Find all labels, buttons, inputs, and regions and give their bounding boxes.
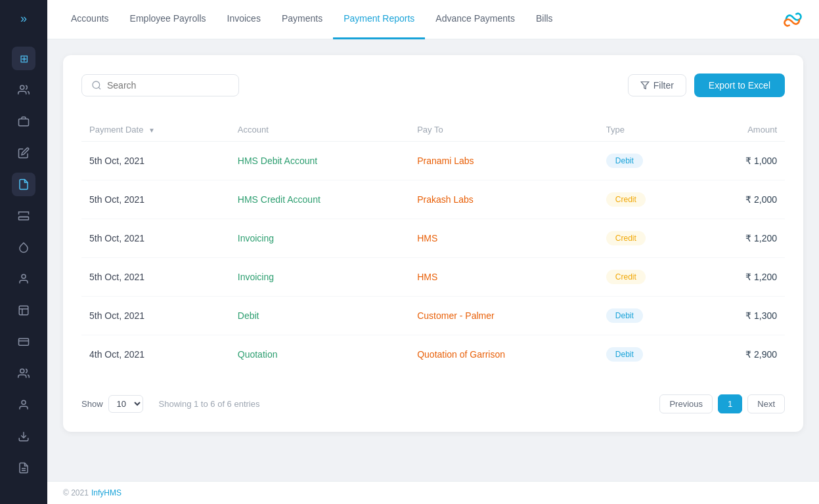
col-header-account: Account [230,118,409,142]
cell-date-1: 5th Oct, 2021 [81,180,230,219]
svg-point-6 [20,369,24,373]
col-header-payto: Pay To [409,118,598,142]
col-header-amount: Amount [699,118,785,142]
table-row: 5th Oct, 2021 Invoicing HMS Credit ₹ 1,2… [81,219,785,258]
nav-item-accounts[interactable]: Accounts [60,0,120,39]
app-footer: © 2021 InfyHMS [47,481,819,504]
cell-amount-2: ₹ 1,200 [699,219,785,258]
search-box[interactable] [81,74,239,96]
team-icon[interactable] [12,362,35,385]
filter-icon [640,81,650,90]
cell-type-2: Credit [598,219,699,258]
svg-rect-1 [19,119,29,126]
nav-item-invoices[interactable]: Invoices [217,0,271,39]
toolbar: Filter Export to Excel [81,74,785,97]
cell-payto-3: HMS [409,258,598,297]
type-badge-3: Credit [606,270,646,284]
payment-table: Payment Date ▼ Account Pay To Type Amoun… [81,118,785,373]
type-badge-0: Debit [606,154,643,168]
users-icon[interactable] [12,78,35,102]
main-area: Accounts Employee Payrolls Invoices Paym… [47,0,819,504]
table-row: 5th Oct, 2021 Debit Customer - Palmer De… [81,297,785,335]
table-footer: Show 10 25 50 Showing 1 to 6 of 6 entrie… [81,387,785,413]
cell-amount-5: ₹ 2,900 [699,335,785,374]
table-row: 5th Oct, 2021 HMS Credit Account Prakash… [81,180,785,219]
svg-point-3 [22,274,26,278]
cell-payto-1: Prakash Labs [409,180,598,219]
page-1-button[interactable]: 1 [718,394,742,413]
main-card: Filter Export to Excel Payment Date ▼ Ac… [63,55,803,432]
svg-rect-5 [19,339,29,346]
cell-type-0: Debit [598,142,699,180]
type-badge-4: Debit [606,308,643,323]
nav-item-payments[interactable]: Payments [271,0,333,39]
export-button[interactable]: Export to Excel [694,74,785,97]
briefcase-icon[interactable] [12,110,35,133]
cell-date-5: 4th Oct, 2021 [81,335,230,374]
prev-button[interactable]: Previous [659,394,713,413]
cell-amount-3: ₹ 1,200 [699,258,785,297]
cell-payto-0: Pranami Labs [409,142,598,180]
content-area: Filter Export to Excel Payment Date ▼ Ac… [47,39,819,481]
cell-date-2: 5th Oct, 2021 [81,219,230,258]
entries-select[interactable]: 10 25 50 [108,395,143,413]
svg-point-0 [20,85,24,89]
file-icon[interactable] [12,456,35,480]
nav-item-bills[interactable]: Bills [525,0,564,39]
bed-icon[interactable] [12,204,35,228]
showing-text: Showing 1 to 6 of 6 entries [159,399,260,409]
type-badge-2: Credit [606,231,646,245]
copyright-text: © 2021 [63,488,89,497]
search-input[interactable] [107,80,229,91]
svg-point-7 [22,400,26,404]
cell-account-0: HMS Debit Account [230,142,409,180]
type-badge-1: Credit [606,192,646,207]
svg-marker-13 [641,82,649,89]
id-card-icon[interactable] [12,330,35,354]
cell-type-1: Credit [598,180,699,219]
cell-amount-0: ₹ 1,000 [699,142,785,180]
cell-type-5: Debit [598,335,699,374]
nav-items: Accounts Employee Payrolls Invoices Paym… [60,0,780,39]
sidebar-toggle[interactable]: » [16,8,31,30]
cell-account-5: Quotation [230,335,409,374]
svg-rect-4 [19,306,28,315]
report-icon[interactable] [12,299,35,322]
document-active-icon[interactable] [12,173,35,196]
col-header-type: Type [598,118,699,142]
table-row: 5th Oct, 2021 HMS Debit Account Pranami … [81,142,785,180]
drop-icon[interactable] [12,236,35,259]
cell-payto-4: Customer - Palmer [409,297,598,335]
table-row: 5th Oct, 2021 Invoicing HMS Credit ₹ 1,2… [81,258,785,297]
filter-label: Filter [653,80,674,91]
dashboard-icon[interactable]: ⊞ [12,47,35,70]
cell-account-3: Invoicing [230,258,409,297]
download-icon[interactable] [12,425,35,448]
cell-amount-4: ₹ 1,300 [699,297,785,335]
person2-icon[interactable] [12,393,35,417]
cell-account-4: Debit [230,297,409,335]
nav-item-employee-payrolls[interactable]: Employee Payrolls [120,0,217,39]
svg-point-11 [93,81,100,89]
sidebar: » ⊞ [0,0,47,504]
edit-icon[interactable] [12,141,35,165]
sort-arrow-date: ▼ [148,127,155,134]
next-button[interactable]: Next [747,394,785,413]
show-entries: Show 10 25 50 [81,395,143,413]
filter-button[interactable]: Filter [628,74,686,96]
nav-item-payment-reports[interactable]: Payment Reports [333,0,425,39]
nav-item-advance-payments[interactable]: Advance Payments [425,0,525,39]
top-nav: Accounts Employee Payrolls Invoices Paym… [47,0,819,39]
cell-date-4: 5th Oct, 2021 [81,297,230,335]
svg-line-12 [99,87,100,89]
person-icon[interactable] [12,267,35,291]
pagination: Previous 1 Next [659,394,785,413]
search-icon [91,80,102,91]
cell-account-1: HMS Credit Account [230,180,409,219]
brand-text: InfyHMS [91,488,122,497]
col-header-date[interactable]: Payment Date ▼ [81,118,230,142]
cell-payto-5: Quotation of Garrison [409,335,598,374]
nav-logo [780,7,806,33]
cell-date-3: 5th Oct, 2021 [81,258,230,297]
svg-rect-2 [19,217,29,220]
